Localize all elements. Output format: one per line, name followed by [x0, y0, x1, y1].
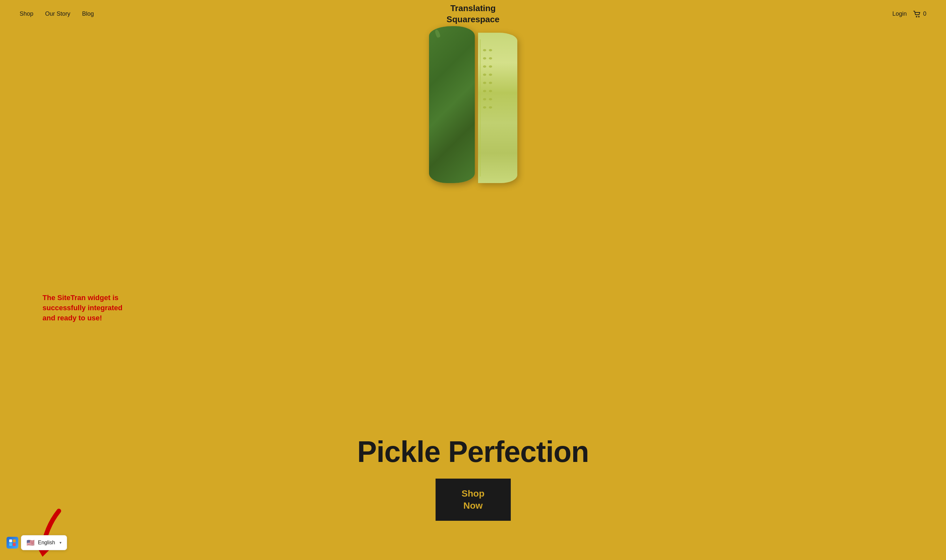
nav-center-title: Translating Squarespace — [447, 3, 500, 25]
nav-link-blog[interactable]: Blog — [82, 11, 94, 17]
shop-now-button[interactable]: Shop Now — [435, 478, 511, 521]
flag-icon: 🇺🇸 — [26, 539, 35, 546]
cart-count: 0 — [923, 11, 926, 17]
cucumber-half-body — [478, 33, 517, 183]
svg-rect-5 — [9, 543, 12, 546]
svg-point-1 — [918, 16, 919, 17]
svg-point-0 — [916, 16, 917, 17]
nav-left: Shop Our Story Blog — [20, 11, 94, 17]
cucumber-whole — [429, 26, 475, 183]
cart-icon[interactable]: 0 — [913, 11, 926, 17]
cucumber-seeds — [483, 49, 492, 109]
chevron-down-icon: ▾ — [60, 540, 62, 545]
notification-message: The SiteTran widget is successfully inte… — [43, 293, 134, 323]
hero-section: Pickle Perfection Shop Now The SiteTran … — [0, 0, 946, 560]
nav-login[interactable]: Login — [892, 11, 907, 17]
sitetran-icon — [6, 537, 18, 549]
site-title: Translating Squarespace — [447, 3, 500, 25]
language-widget: 🇺🇸 English ▾ — [6, 535, 67, 550]
nav-link-our-story[interactable]: Our Story — [45, 11, 70, 17]
hero-main-title: Pickle Perfection — [357, 435, 589, 469]
cucumber-whole-body — [429, 26, 475, 183]
language-selector[interactable]: 🇺🇸 English ▾ — [21, 535, 67, 550]
cucumber-half — [478, 33, 517, 183]
svg-rect-6 — [13, 543, 16, 546]
nav-right: Login 0 — [892, 11, 926, 17]
language-label: English — [38, 540, 55, 546]
navbar: Shop Our Story Blog Translating Squaresp… — [0, 0, 946, 28]
svg-rect-3 — [9, 539, 12, 542]
notification-text: The SiteTran widget is successfully inte… — [43, 293, 134, 323]
page-wrapper: Shop Our Story Blog Translating Squaresp… — [0, 0, 946, 560]
cucumbers-illustration — [429, 26, 517, 183]
nav-link-shop[interactable]: Shop — [20, 11, 33, 17]
svg-rect-4 — [13, 539, 16, 542]
